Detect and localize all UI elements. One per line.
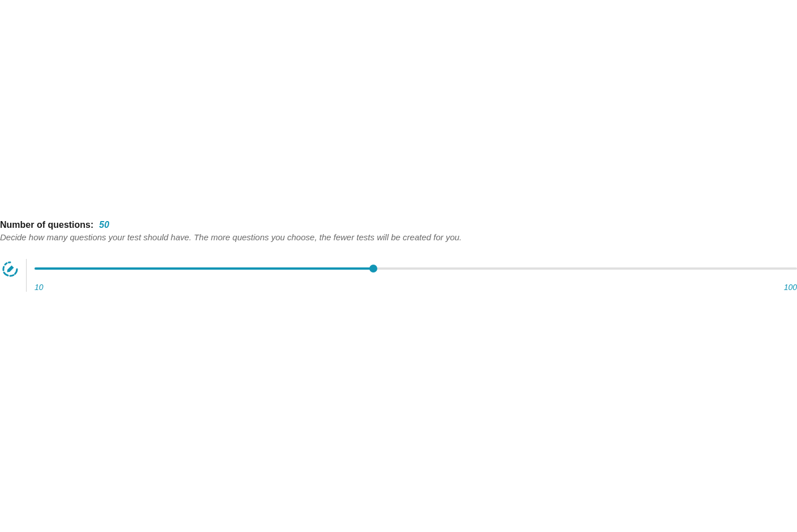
slider-section: 10 100: [0, 259, 797, 292]
questions-label: Number of questions:: [0, 220, 93, 230]
slider-thumb[interactable]: [369, 265, 377, 273]
slider-labels: 10 100: [35, 283, 797, 292]
edit-circle-icon: [0, 259, 20, 279]
slider-min-label: 10: [35, 283, 44, 292]
vertical-divider: [26, 259, 27, 292]
slider-wrapper: 10 100: [35, 259, 797, 292]
questions-slider[interactable]: [35, 265, 797, 273]
questions-value: 50: [99, 220, 109, 230]
icon-container: [0, 259, 20, 279]
heading-row: Number of questions: 50: [0, 220, 797, 230]
slider-max-label: 100: [784, 283, 797, 292]
description-text: Decide how many questions your test shou…: [0, 232, 797, 242]
slider-track-fill: [35, 267, 373, 270]
